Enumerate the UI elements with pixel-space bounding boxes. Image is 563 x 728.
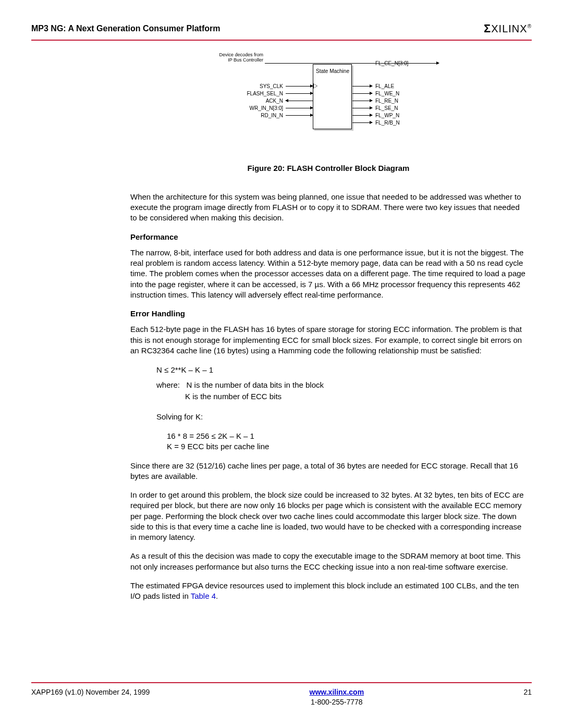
diagram-line bbox=[286, 108, 313, 108]
diagram-line bbox=[286, 93, 313, 94]
paragraph: When the architecture for this system wa… bbox=[130, 192, 527, 224]
signal-label: FL_ALE bbox=[375, 83, 394, 90]
signal-label: ACK_N bbox=[231, 97, 283, 105]
paragraph: As a result of this the decision was mad… bbox=[130, 551, 527, 572]
paragraph: In order to get around this problem, the… bbox=[130, 490, 527, 542]
formula-line: Solving for K: bbox=[156, 411, 527, 423]
signal-label: FL_CE_N[3:0] bbox=[375, 60, 408, 67]
diagram-line bbox=[352, 115, 372, 116]
table-link[interactable]: Table 4 bbox=[191, 591, 216, 600]
footer-phone: 1-800-255-7778 bbox=[311, 698, 363, 706]
content-area: Device decodes from IP Bus Controller St… bbox=[130, 54, 527, 602]
header-title: MP3 NG: A Next Generation Consumer Platf… bbox=[31, 23, 220, 34]
diagram-container: Device decodes from IP Bus Controller St… bbox=[130, 54, 527, 174]
diagram-line bbox=[352, 86, 372, 87]
paragraph: The estimated FPGA device resources used… bbox=[130, 581, 527, 602]
diagram-line bbox=[352, 101, 372, 101]
paragraph: Since there are 32 (512/16) cache lines … bbox=[130, 461, 527, 482]
state-machine-label: State Machine bbox=[314, 68, 351, 74]
footer-doc-id: XAPP169 (v1.0) November 24, 1999 bbox=[31, 687, 150, 707]
figure-caption: Figure 20: FLASH Controller Block Diagra… bbox=[130, 163, 527, 174]
subheading-error-handling: Error Handling bbox=[130, 309, 527, 319]
clock-icon bbox=[313, 83, 317, 89]
xilinx-logo: ΣXILINX® bbox=[484, 21, 532, 36]
page-header: MP3 NG: A Next Generation Consumer Platf… bbox=[31, 21, 532, 41]
formula-line: where: N is the number of data bits in t… bbox=[156, 379, 527, 391]
formula-block: 16 * 8 = 256 ≤ 2K – K – 1 K = 9 ECC bits… bbox=[167, 431, 527, 452]
signal-label: RD_IN_N bbox=[231, 112, 283, 119]
block-diagram: Device decodes from IP Bus Controller St… bbox=[219, 54, 438, 137]
signal-label: WR_IN_N[3:0] bbox=[231, 105, 283, 112]
signal-label: SYS_CLK bbox=[231, 83, 283, 90]
diagram-line bbox=[286, 86, 313, 87]
paragraph: Each 512-byte page in the FLASH has 16 b… bbox=[130, 324, 527, 356]
formula-line: 16 * 8 = 256 ≤ 2K – K – 1 bbox=[167, 431, 527, 441]
paragraph: The narrow, 8-bit, interface used for bo… bbox=[130, 248, 527, 300]
diagram-line bbox=[265, 63, 439, 64]
logo-brand: XILINX bbox=[491, 23, 527, 34]
formula-block: N ≤ 2**K – K – 1 where: N is the number … bbox=[156, 364, 527, 403]
page-footer: XAPP169 (v1.0) November 24, 1999 www.xil… bbox=[31, 682, 532, 707]
signal-label: FL_R/B_N bbox=[375, 119, 400, 127]
formula-block: Solving for K: bbox=[156, 411, 527, 423]
signal-label: FL_RE_N bbox=[375, 97, 398, 105]
signal-label: FLASH_SEL_N bbox=[231, 90, 283, 97]
diagram-line bbox=[352, 108, 372, 108]
signal-label: FL_WP_N bbox=[375, 112, 399, 119]
signal-label: FL_WE_N bbox=[375, 90, 399, 97]
diagram-line bbox=[286, 101, 313, 101]
diagram-line bbox=[286, 115, 313, 116]
formula-line: K is the number of ECC bits bbox=[185, 391, 527, 403]
formula-line: N ≤ 2**K – K – 1 bbox=[156, 364, 527, 376]
logo-reg: ® bbox=[528, 23, 532, 29]
formula-line: K = 9 ECC bits per cache line bbox=[167, 441, 527, 452]
footer-center: www.xilinx.com 1-800-255-7778 bbox=[310, 687, 364, 707]
signal-label: FL_SE_N bbox=[375, 105, 398, 112]
diagram-line bbox=[352, 93, 372, 94]
diagram-line bbox=[352, 122, 372, 123]
diagram-note: Device decodes from IP Bus Controller bbox=[214, 53, 263, 63]
subheading-performance: Performance bbox=[130, 232, 527, 242]
footer-url-link[interactable]: www.xilinx.com bbox=[310, 688, 364, 696]
footer-page-number: 21 bbox=[523, 687, 532, 707]
logo-sigma-icon: Σ bbox=[484, 22, 491, 35]
